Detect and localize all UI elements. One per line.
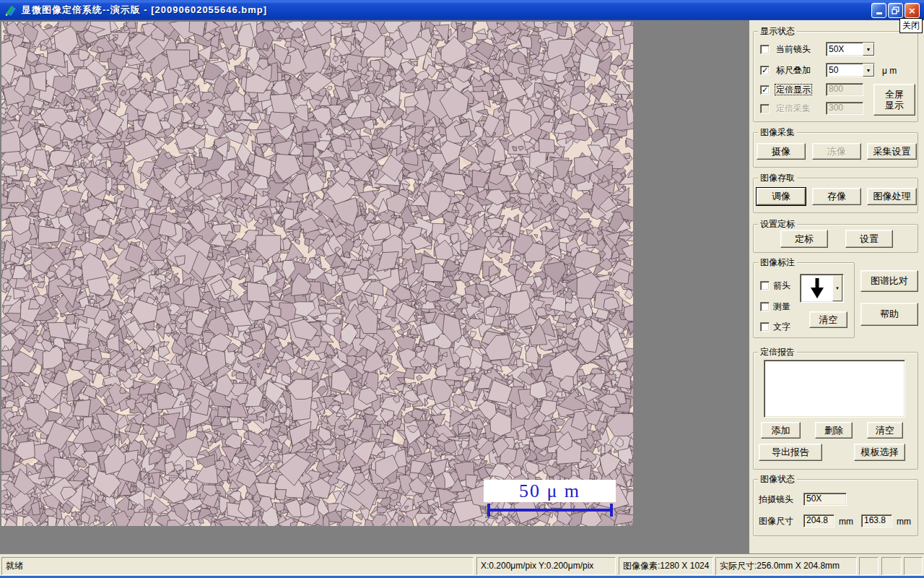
scale-bar-tick-left bbox=[487, 504, 490, 517]
group-display-status: 显示状态 当前镜头 50X ▼ ✓ 标尺叠加 50 ▼ μ m ✓ 定倍显示 8… bbox=[753, 31, 918, 122]
current-lens-value: 50X bbox=[827, 43, 863, 56]
image-canvas-area: 50 μ m bbox=[0, 20, 749, 553]
current-lens-checkbox[interactable] bbox=[760, 45, 770, 54]
group-image-status: 图像状态 拍摄镜头 50X 图像尺寸 204.8 mm 163.8 mm bbox=[753, 479, 918, 536]
status-pixel-scale: X:0.200μm/pix Y:0.200μm/pix bbox=[476, 557, 616, 575]
fixed-capture-checkbox bbox=[760, 104, 770, 113]
text-label: 文字 bbox=[773, 322, 790, 332]
group-image-storage-title: 图像存取 bbox=[758, 173, 797, 183]
image-height-unit: mm bbox=[897, 517, 911, 527]
check-icon: ✓ bbox=[762, 86, 768, 94]
atlas-compare-button[interactable]: 图谱比对 bbox=[860, 270, 918, 292]
annotation-clear-button[interactable]: 清空 bbox=[809, 311, 847, 328]
image-width-unit: mm bbox=[839, 517, 853, 527]
report-listbox[interactable] bbox=[764, 360, 905, 418]
ruler-value: 50 bbox=[827, 64, 863, 77]
load-image-button[interactable]: 调像 bbox=[757, 188, 806, 205]
fixed-capture-label: 定倍采集 bbox=[776, 103, 811, 113]
fullscreen-button[interactable]: 全屏显示 bbox=[873, 84, 915, 116]
chevron-down-icon[interactable]: ▼ bbox=[832, 275, 842, 301]
control-panel: 显示状态 当前镜头 50X ▼ ✓ 标尺叠加 50 ▼ μ m ✓ 定倍显示 8… bbox=[749, 20, 924, 553]
report-delete-button[interactable]: 删除 bbox=[815, 422, 853, 439]
arrow-down-glyph bbox=[809, 277, 825, 299]
shoot-button[interactable]: 摄像 bbox=[757, 143, 806, 160]
close-tooltip: 关闭 bbox=[899, 18, 923, 33]
capture-settings-button[interactable]: 采集设置 bbox=[867, 143, 917, 160]
group-image-capture-title: 图像采集 bbox=[758, 127, 797, 137]
image-size-label: 图像尺寸 bbox=[759, 516, 793, 526]
chevron-down-icon[interactable]: ▼ bbox=[863, 64, 874, 77]
group-calibration-title: 设置定标 bbox=[758, 219, 797, 229]
status-image-pixels: 图像像素:1280 X 1024 bbox=[619, 557, 713, 575]
close-button[interactable]: × bbox=[905, 3, 920, 18]
arrow-checkbox[interactable] bbox=[760, 281, 770, 290]
group-report: 定倍报告 添加 删除 清空 导出报告 模板选择 bbox=[753, 352, 918, 470]
ruler-overlay-label: 标尺叠加 bbox=[776, 65, 811, 75]
calib-settings-button[interactable]: 设置 bbox=[845, 230, 893, 248]
status-actual-size: 实际尺寸:256.0mm X 204.8mm bbox=[715, 557, 857, 575]
titlebar: 显微图像定倍系统--演示版 - [20090602055646.bmp] × bbox=[0, 0, 924, 20]
image-height-field: 163.8 bbox=[861, 514, 892, 527]
group-image-capture: 图像采集 摄像 冻像 采集设置 bbox=[753, 132, 918, 168]
fixed-display-label: 定倍显示 bbox=[775, 85, 811, 95]
window-controls: × bbox=[871, 3, 920, 18]
group-annotation-title: 图像标注 bbox=[758, 257, 797, 267]
text-checkbox[interactable] bbox=[760, 322, 770, 332]
check-icon: ✓ bbox=[762, 66, 768, 74]
fixed-display-input: 800 bbox=[826, 83, 863, 96]
scale-bar-line bbox=[487, 509, 613, 512]
status-spare-1 bbox=[859, 557, 879, 575]
window-title: 显微图像定倍系统--演示版 - [20090602055646.bmp] bbox=[22, 4, 267, 17]
status-ready: 就绪 bbox=[1, 557, 474, 575]
help-button[interactable]: 帮助 bbox=[860, 303, 918, 326]
scale-bar-label: 50 μ m bbox=[519, 480, 580, 502]
group-display-status-title: 显示状态 bbox=[758, 26, 797, 36]
shoot-lens-label: 拍摄镜头 bbox=[759, 494, 793, 504]
group-calibration: 设置定标 定标 设置 bbox=[753, 224, 918, 253]
fixed-capture-input: 300 bbox=[826, 102, 863, 115]
ruler-unit-label: μ m bbox=[882, 66, 897, 76]
export-report-button[interactable]: 导出报告 bbox=[759, 444, 822, 461]
current-lens-label: 当前镜头 bbox=[776, 44, 811, 54]
group-image-storage: 图像存取 调像 存像 图像处理 bbox=[753, 178, 918, 213]
scale-bar-label-box: 50 μ m bbox=[484, 480, 616, 502]
fixed-display-checkbox[interactable]: ✓ bbox=[760, 85, 770, 95]
arrow-style-combobox[interactable]: ▼ bbox=[800, 274, 844, 303]
shoot-lens-field: 50X bbox=[803, 493, 847, 506]
report-clear-button[interactable]: 清空 bbox=[867, 422, 903, 439]
status-spare-2 bbox=[881, 557, 902, 575]
minimize-button[interactable] bbox=[871, 3, 886, 18]
measure-label: 测量 bbox=[773, 301, 790, 311]
template-select-button[interactable]: 模板选择 bbox=[854, 444, 905, 461]
ruler-value-combobox[interactable]: 50 ▼ bbox=[826, 63, 875, 77]
save-image-button[interactable]: 存像 bbox=[812, 188, 861, 205]
app-icon bbox=[4, 4, 17, 17]
freeze-button: 冻像 bbox=[812, 143, 861, 160]
group-image-status-title: 图像状态 bbox=[758, 474, 797, 484]
measure-checkbox[interactable] bbox=[760, 302, 770, 311]
report-add-button[interactable]: 添加 bbox=[761, 422, 801, 439]
scale-bar-tick-right bbox=[610, 504, 613, 517]
restore-button[interactable] bbox=[888, 3, 903, 18]
close-icon: × bbox=[908, 6, 916, 15]
calibrate-button[interactable]: 定标 bbox=[780, 230, 828, 248]
chevron-down-icon[interactable]: ▼ bbox=[863, 43, 874, 56]
microscopy-image[interactable] bbox=[1, 22, 633, 526]
current-lens-combobox[interactable]: 50X ▼ bbox=[826, 42, 875, 56]
image-width-field: 204.8 bbox=[803, 514, 834, 527]
group-annotation: 图像标注 箭头 测量 文字 ▼ 清空 bbox=[753, 262, 855, 338]
minimize-icon bbox=[876, 12, 882, 14]
group-report-title: 定倍报告 bbox=[758, 347, 797, 357]
restore-icon bbox=[892, 7, 899, 14]
image-process-button[interactable]: 图像处理 bbox=[867, 188, 917, 205]
status-spare-3 bbox=[904, 557, 923, 575]
arrow-label: 箭头 bbox=[773, 280, 790, 290]
statusbar: 就绪 X:0.200μm/pix Y:0.200μm/pix 图像像素:1280… bbox=[0, 553, 924, 576]
ruler-overlay-checkbox[interactable]: ✓ bbox=[760, 66, 770, 75]
